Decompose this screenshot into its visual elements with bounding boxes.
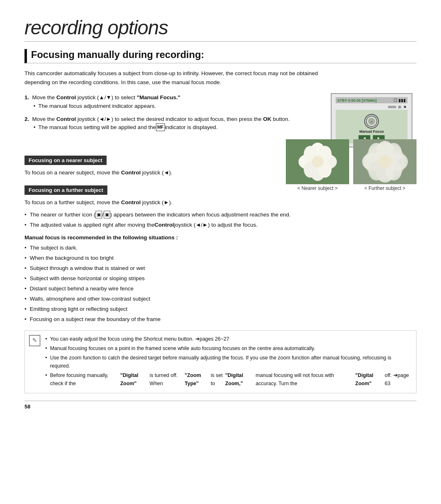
mf-bullet-4: Subject with dense horizontal or sloping… xyxy=(24,274,416,283)
page-title: recording options xyxy=(24,16,416,42)
focusing-nearer-heading: Focusing on a nearer subject xyxy=(24,156,107,165)
page-footer: 58 xyxy=(24,401,416,410)
manual-focus-section: Manual focus is recommended in the follo… xyxy=(24,234,416,323)
mf-bullet-5: Distant subject behind a nearby wire fen… xyxy=(24,285,416,293)
focusing-further-heading: Focusing on a further subject xyxy=(24,185,107,195)
photo-further-caption: < Further subject > xyxy=(353,185,416,191)
note-2: Manual focusing focuses on a point in th… xyxy=(45,344,410,352)
mf-bullet-2: When the background is too bright xyxy=(24,254,416,263)
steps-area: 1. Move the Control joystick (▲/▼) to se… xyxy=(24,93,323,147)
svg-point-13 xyxy=(312,156,323,167)
section-title: Focusing manually during recording: xyxy=(24,49,416,63)
focus-bullet-2: The adjusted value is applied right afte… xyxy=(24,221,416,230)
mf-bullet-6: Walls, atmosphere and other low-contrast… xyxy=(24,295,416,303)
focusing-further-text: To focus on a further subject, move the … xyxy=(24,198,416,207)
step-1-number: 1. xyxy=(24,94,29,100)
manual-focus-heading: Manual focus is recommended in the follo… xyxy=(24,234,416,241)
mf-bullet-1: The subject is dark. xyxy=(24,244,416,252)
step-1-bullet: The manual focus adjustment indicator ap… xyxy=(33,102,323,111)
note-1: You can easily adjust the focus using th… xyxy=(45,335,410,343)
intro-text: This camcorder automatically focuses a s… xyxy=(24,69,335,87)
note-box: ✎ You can easily adjust the focus using … xyxy=(24,330,416,393)
focusing-nearer-section: < Nearer subject > < F xyxy=(24,152,416,211)
lcd-joystick-icon: n xyxy=(364,114,379,129)
note-list: You can easily adjust the focus using th… xyxy=(45,335,410,388)
photo-further: < Further subject > xyxy=(353,139,416,191)
lcd-battery-icon: ☐ ▮▮▮ xyxy=(394,98,406,103)
step-2-bullet: The manual focus setting will be applied… xyxy=(33,123,323,132)
lcd-second-row: 9999 ⊞ ✖ xyxy=(336,105,408,109)
svg-text:n: n xyxy=(370,120,372,124)
photo-nearer: < Nearer subject > xyxy=(286,139,349,191)
lcd-status: STBY 0:00:00 [375Min] xyxy=(337,98,376,103)
mf-bullet-8: Focusing on a subject near the boundary … xyxy=(24,315,416,324)
mf-bullet-7: Emitting strong light or reflecting subj… xyxy=(24,305,416,314)
note-3: Use the zoom function to catch the desir… xyxy=(45,354,410,370)
focus-bullets: The nearer or further icon (▣ / ▣) appea… xyxy=(24,211,416,230)
svg-point-24 xyxy=(379,155,392,168)
step-1: 1. Move the Control joystick (▲/▼) to se… xyxy=(24,93,323,111)
mf-bullet-3: Subject through a window that is stained… xyxy=(24,264,416,273)
lcd-mf-label: Manual Focus xyxy=(339,129,404,134)
manual-focus-bullets: The subject is dark. When the background… xyxy=(24,244,416,323)
step-2-number: 2. xyxy=(24,116,29,122)
note-4: Before focusing manually, check if the "… xyxy=(45,371,410,388)
photo-nearer-caption: < Nearer subject > xyxy=(286,185,349,191)
focus-bullet-1: The nearer or further icon (▣ / ▣) appea… xyxy=(24,211,416,219)
note-icon: ✎ xyxy=(29,335,40,346)
page-number: 58 xyxy=(24,404,30,410)
step-2: 2. Move the Control joystick (◄/►) to se… xyxy=(24,115,323,132)
